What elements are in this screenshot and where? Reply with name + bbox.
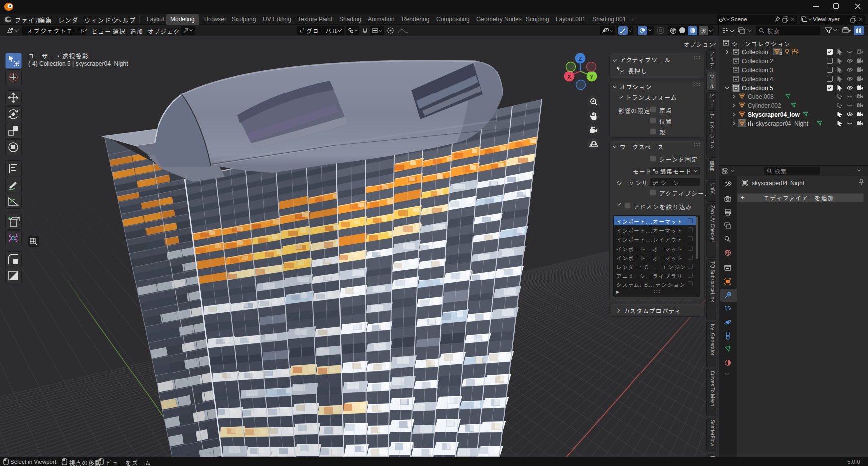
svg-text:X: X <box>567 74 571 80</box>
svg-text:Z: Z <box>579 56 582 62</box>
svg-text:Y: Y <box>590 74 594 80</box>
